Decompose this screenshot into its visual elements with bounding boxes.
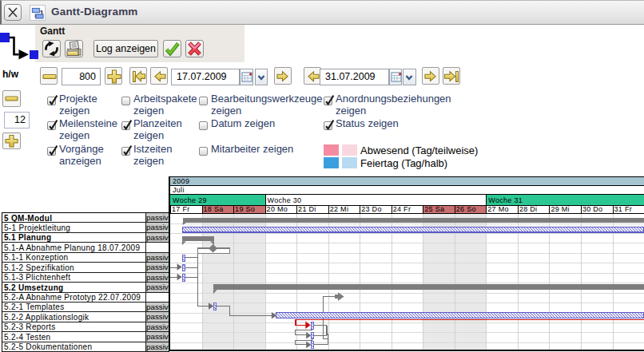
svg-text:22 Mi: 22 Mi: [330, 205, 349, 213]
svg-text:25 Sa: 25 Sa: [424, 205, 444, 213]
svg-text:30 Do: 30 Do: [582, 205, 603, 213]
svg-text:23 Do: 23 Do: [361, 205, 382, 213]
svg-text:27 Mo: 27 Mo: [487, 205, 509, 213]
svg-text:19 So: 19 So: [235, 205, 255, 213]
svg-text:28 Di: 28 Di: [519, 205, 538, 213]
svg-text:Juli: Juli: [173, 186, 185, 194]
svg-text:31 Fr: 31 Fr: [614, 205, 633, 213]
svg-text:Woche 29: Woche 29: [173, 196, 207, 204]
svg-text:29 Mi: 29 Mi: [551, 205, 570, 213]
svg-text:Woche 30: Woche 30: [268, 196, 302, 204]
svg-text:24 Fr: 24 Fr: [393, 205, 411, 213]
svg-text:2009: 2009: [173, 177, 189, 185]
svg-text:18 Sa: 18 Sa: [204, 205, 224, 213]
svg-text:21 Di: 21 Di: [298, 205, 316, 213]
svg-text:20 Mo: 20 Mo: [267, 205, 288, 213]
svg-text:Woche 31: Woche 31: [488, 196, 523, 204]
svg-text:26 So: 26 So: [456, 205, 476, 213]
svg-text:17 Fr: 17 Fr: [172, 205, 190, 213]
